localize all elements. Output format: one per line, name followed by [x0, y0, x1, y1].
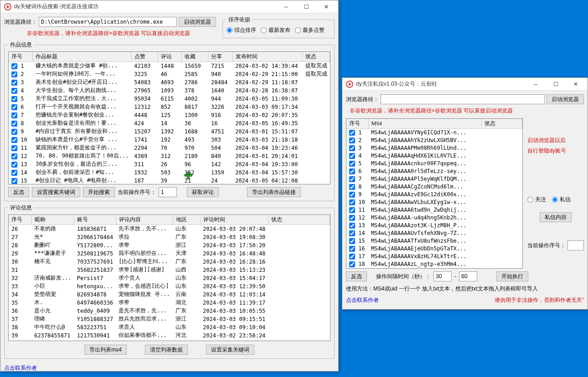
- col-header[interactable]: 地区: [173, 215, 200, 225]
- row-checkbox[interactable]: [11, 63, 17, 69]
- sort-opt-newest[interactable]: 最新发布: [261, 26, 290, 34]
- clear-table-btn[interactable]: 清空列表数据: [145, 345, 188, 355]
- table-row[interactable]: 29***谦谦君子3250811967​5我不明白那些在...天津2024-03…: [9, 250, 330, 258]
- row-checkbox[interactable]: [11, 145, 17, 151]
- row-checkbox[interactable]: [349, 215, 355, 221]
- table-row[interactable]: 17MS4wLjABAAAAVxBzHL74LkTtrE...: [346, 253, 522, 260]
- works-table-wrap[interactable]: 序号作品标题点赞评论收藏分享发布时间状态 1赚大钱的本质就是少做事 #创...4…: [8, 51, 330, 184]
- get-comments-btn[interactable]: 获取评论: [187, 187, 219, 197]
- sort-opt-mostlikes[interactable]: 最多点赞: [295, 26, 325, 34]
- table-row[interactable]: 39623784558711217530941你如果事情都不...河北2024-…: [9, 331, 330, 340]
- row-checkbox[interactable]: [349, 176, 355, 182]
- close-btn-2[interactable]: ✕: [566, 78, 586, 91]
- table-row[interactable]: 15#创业日记 #电商人 #电商创...1873921242024-03-05 …: [9, 177, 330, 185]
- row-checkbox[interactable]: [11, 137, 17, 143]
- row-checkbox[interactable]: [349, 254, 355, 260]
- table-row[interactable]: 8MS4wLjABAAAACgZcoNCMsd6lm...: [346, 183, 522, 191]
- table-row[interactable]: 1赚大钱的本质就是少做事 #创...4210314481565972152024…: [9, 62, 330, 70]
- row-checkbox[interactable]: [349, 138, 355, 143]
- table-row[interactable]: 11MS4wLjABAAAA6twd9n_ZwDqhij...: [346, 206, 522, 214]
- col-header[interactable]: 评论内容: [116, 215, 173, 225]
- row-checkbox[interactable]: [349, 130, 355, 136]
- table-row[interactable]: 4大学生创业。每个人的起跑线...27965109337816402024-02…: [9, 87, 330, 95]
- export-ms4-btn[interactable]: 导出列表ms4: [84, 345, 127, 355]
- start-exec-btn[interactable]: 开始执行: [496, 271, 528, 281]
- table-row[interactable]: 1MS4wLjABAAAAVYNy6ICQd71X-n...: [346, 129, 522, 137]
- table-row[interactable]: 3MS4wLjABAAAAPMe08Rh69lLUnd...: [346, 144, 522, 152]
- row-checkbox[interactable]: [349, 238, 355, 244]
- minimize-btn-2[interactable]: ─: [526, 78, 546, 91]
- invert-btn-2[interactable]: 反选: [346, 271, 367, 281]
- col-header[interactable]: 序号: [9, 215, 31, 225]
- col-header[interactable]: 序号: [346, 119, 368, 129]
- row-checkbox[interactable]: [11, 129, 17, 135]
- row-checkbox[interactable]: [11, 88, 17, 94]
- table-row[interactable]: 8创业光靠勤奋是没有用的！要...4241436162024-03-05 16:…: [9, 119, 330, 127]
- table-row[interactable]: 7MS4wLjABAAAA4Pl5eyWqKlfDQM...: [346, 175, 522, 183]
- table-row[interactable]: 6MS4wLjABAAAA0rl5dTeLzz-sey...: [346, 168, 522, 175]
- contact-link-1[interactable]: 点击联系作者: [4, 364, 37, 372]
- table-row[interactable]: 16MS4wLjABAAAAEjeUbDn5pGTaTX...: [346, 245, 522, 253]
- row-checkbox[interactable]: [11, 170, 17, 176]
- contact-link-2[interactable]: 点击联系作者: [346, 296, 379, 304]
- set-collect-kw-btn[interactable]: 设置采集关键词: [206, 345, 254, 355]
- col-header[interactable]: 昵称: [31, 215, 74, 225]
- col-header[interactable]: 评论时间: [200, 215, 268, 225]
- row-checkbox[interactable]: [349, 161, 355, 167]
- radio-follow[interactable]: 关注: [527, 196, 546, 204]
- start-browser-btn-1[interactable]: 启动浏览器: [179, 17, 216, 27]
- row-checkbox[interactable]: [349, 199, 355, 205]
- row-checkbox[interactable]: [349, 261, 355, 267]
- row-checkbox[interactable]: [349, 184, 355, 190]
- col-header[interactable]: 作品标题: [33, 52, 131, 62]
- interval-min-input[interactable]: [433, 271, 452, 281]
- table-row[interactable]: 13MS4wLjABAAAAzot3K-LjzM8H_P...: [346, 222, 522, 229]
- table-row[interactable]: 9MS4wLjABAAAAzvE9Gc12diK00x...: [346, 191, 522, 199]
- col-header[interactable]: 序号: [9, 52, 33, 62]
- table-row[interactable]: 40赤岧385427...帽子厂家求合作广东2024-03-02 21:45:4…: [9, 340, 330, 341]
- table-row[interactable]: 19MS4wLjABAAAAWzn8WL3050eYir...: [346, 268, 522, 269]
- table-row[interactable]: 34垫垫萌宠826934878宠物猫咪批发 寻...云南2024-03-03 1…: [9, 290, 330, 299]
- table-row[interactable]: 7想赚钱先学会复制#餐饮创业...444812513009162024-03-0…: [9, 111, 330, 119]
- table-row[interactable]: 3美术生创业#创业日记#开店日...5408346932786284842024…: [9, 78, 330, 87]
- col-header[interactable]: 状态: [268, 215, 330, 225]
- close-btn-1[interactable]: ✕: [316, 0, 336, 13]
- radio-dm[interactable]: 私信: [552, 196, 571, 204]
- table-row[interactable]: 2一年时间如何挣100万。一年...32254625859402024-02-2…: [9, 70, 330, 78]
- table-row[interactable]: 4MS4wLjABAAAAqHdX61KiL0V7LE...: [346, 152, 522, 160]
- table-row[interactable]: 35木.64974660336求带湖北2024-03-03 11:39:17: [9, 299, 330, 307]
- row-checkbox[interactable]: [349, 168, 355, 174]
- table-row[interactable]: 30楠不见70337527691[比心]帮博主纠...广东2024-03-03 …: [9, 258, 330, 266]
- col-header[interactable]: 状态: [303, 52, 330, 62]
- table-row[interactable]: 27光*32066178464求拉广东2024-03-03 19:08:30: [9, 233, 330, 241]
- table-row[interactable]: 10MS4wLjABAAAAwVLbuLXEyg1w-x...: [346, 199, 522, 206]
- row-checkbox[interactable]: [349, 246, 355, 252]
- table-row[interactable]: 26不老的路185836871先不求胜，先不...山东2024-03-03 20…: [9, 225, 330, 233]
- current-seq-input-1[interactable]: [159, 187, 177, 197]
- row-checkbox[interactable]: [11, 104, 17, 110]
- current-seq-input-2[interactable]: [567, 240, 584, 250]
- table-row[interactable]: 28删删吖YS172809...求带浙江2024-03-03 17:50:20: [9, 241, 330, 250]
- browser-path-input-1[interactable]: [39, 17, 177, 27]
- row-checkbox[interactable]: [11, 71, 17, 77]
- row-checkbox[interactable]: [349, 207, 355, 213]
- table-row[interactable]: 14MS4wLjABAAAAUvTsfehXNvg-7Z...: [346, 229, 522, 237]
- table-row[interactable]: 15MS4wLjABAAAATfxU8ufWnzsFbe...: [346, 237, 522, 245]
- start-search-btn[interactable]: 开始搜索: [83, 187, 115, 197]
- browser-path-input-2[interactable]: [381, 94, 545, 104]
- set-keyword-btn[interactable]: 设置搜索关键词: [32, 187, 80, 197]
- table-row[interactable]: 1330多岁女性创业，最适合的三...31126961422024-03-04 …: [9, 160, 330, 168]
- row-checkbox[interactable]: [11, 153, 17, 159]
- row-checkbox[interactable]: [11, 96, 17, 102]
- export-links-btn[interactable]: 导出列表作品链接: [247, 187, 301, 197]
- row-checkbox[interactable]: [11, 80, 17, 86]
- table-row[interactable]: 6打开一个开关视频就会有收益...12312852881732262024-03…: [9, 103, 330, 111]
- row-checkbox[interactable]: [11, 178, 17, 184]
- table-row[interactable]: 36是小允teddy_0409是先不求胜，先...广东2024-03-03 10…: [9, 307, 330, 315]
- row-checkbox[interactable]: [349, 192, 355, 198]
- col-header[interactable]: 评论: [158, 52, 182, 62]
- start-browser-btn-2[interactable]: 启动浏览器: [547, 94, 584, 104]
- table-row[interactable]: 38中午吃什么@583223751求贵人山东2024-03-03 09:10:0…: [9, 323, 330, 331]
- row-checkbox[interactable]: [349, 145, 355, 151]
- col-header[interactable]: 发布时间: [232, 52, 302, 62]
